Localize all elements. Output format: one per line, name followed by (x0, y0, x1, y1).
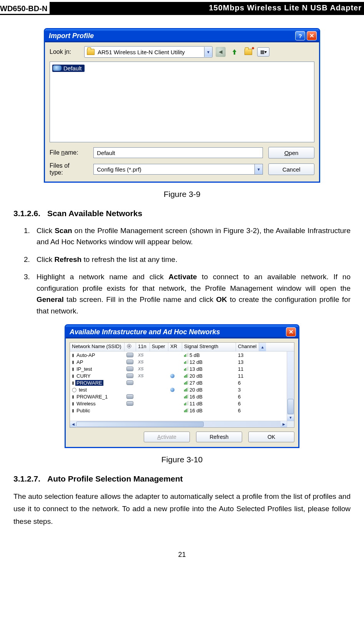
signal-bars-icon (184, 387, 188, 393)
refresh-button[interactable]: Refresh (196, 432, 242, 442)
help-button[interactable]: ? (295, 31, 305, 40)
signal-bars-icon (184, 373, 188, 379)
signal-bars-icon (184, 366, 188, 372)
dialog-titlebar[interactable]: Import Profile ? ✕ (45, 29, 319, 42)
col-super[interactable]: Super (150, 343, 168, 351)
view-menu-icon[interactable]: ▦▾ (257, 47, 269, 57)
col-security-icon[interactable] (125, 343, 136, 351)
step-3: Highlight a network name and click Activ… (32, 271, 351, 317)
channel-value: 6 (236, 408, 259, 413)
filename-input[interactable]: Default (93, 147, 263, 158)
signal-bars-icon (184, 352, 188, 358)
network-type-icon: ▮ (72, 394, 74, 399)
step-1: Click Scan on the Profile Management scr… (32, 225, 351, 248)
new-folder-icon[interactable]: ✸ (243, 47, 253, 57)
xs-badge: XS (138, 367, 144, 371)
signal-bars-icon (184, 408, 188, 413)
open-button[interactable]: Open (268, 147, 314, 158)
signal-db: 13 dB (189, 366, 203, 372)
channel-value: 11 (236, 366, 259, 372)
table-row[interactable]: ▮IP_testXS 13 dB11 (70, 365, 287, 372)
scroll-down-icon[interactable]: ▼ (287, 415, 294, 421)
xs-badge: XS (138, 360, 144, 364)
close-button[interactable]: ✕ (286, 327, 296, 337)
back-icon[interactable]: ◄ (216, 47, 226, 57)
chevron-down-icon[interactable]: ▼ (254, 164, 263, 174)
file-item-default[interactable]: Default (52, 65, 85, 72)
available-networks-dialog: Available Infrastructure and Ad Hoc Netw… (65, 324, 299, 448)
ssid-value: Public (75, 408, 91, 413)
security-icon (126, 401, 133, 406)
table-row[interactable]: ▮PROWARE 27 dB6 (70, 379, 287, 386)
signal-db: 20 dB (189, 387, 203, 393)
scrollbar-thumb[interactable] (76, 422, 204, 427)
page-header: WD650-BD-N 150Mbps Wireless Lite N USB A… (0, 0, 364, 15)
col-ssid[interactable]: Network Name (SSID) (70, 343, 125, 351)
table-row[interactable]: ◯test 20 dB3 (70, 386, 287, 393)
network-type-icon: ▮ (72, 353, 74, 358)
filetype-combo[interactable]: Config files (*.prf) ▼ (93, 164, 263, 175)
table-row[interactable]: ▮Wireless 11 dB6 (70, 400, 287, 407)
table-row[interactable]: ▮APXS 12 dB13 (70, 358, 287, 365)
table-row[interactable]: ▮Public 16 dB6 (70, 407, 287, 414)
signal-db: 16 dB (189, 394, 203, 400)
svg-point-1 (128, 345, 130, 347)
table-header-row: Network Name (SSID) 11n Super XR Signal … (70, 343, 294, 352)
ssid-value: Wireless (75, 401, 97, 407)
scroll-left-icon[interactable]: ◀ (70, 421, 76, 427)
scroll-up-icon[interactable]: ▲ (259, 343, 266, 351)
security-icon (126, 380, 133, 385)
vertical-scrollbar[interactable]: ▼ (287, 352, 294, 421)
signal-db: 5 dB (189, 352, 200, 358)
col-channel[interactable]: Channel (236, 343, 259, 351)
lookin-value: AR51 Wireless Lite-N Client Utility (97, 49, 204, 55)
close-button[interactable]: ✕ (307, 31, 317, 40)
xr-icon (170, 374, 175, 378)
filetype-label: Files of type: (50, 162, 84, 176)
ssid-value: PROWARE_1 (75, 394, 109, 400)
security-icon (126, 394, 133, 399)
network-type-icon: ▮ (72, 401, 74, 406)
xr-icon (170, 388, 175, 392)
security-icon (126, 353, 133, 357)
filename-label: File name: (50, 149, 84, 156)
channel-value: 6 (236, 401, 259, 407)
channel-value: 13 (236, 359, 259, 365)
chevron-down-icon[interactable]: ▼ (204, 47, 212, 57)
folder-icon (87, 49, 95, 55)
table-row[interactable]: ▮Auto-APXS 5 dB13 (70, 352, 287, 358)
col-xr[interactable]: XR (168, 343, 182, 351)
signal-db: 12 dB (189, 359, 203, 365)
signal-bars-icon (184, 394, 188, 400)
network-type-icon: ▮ (72, 373, 74, 378)
signal-db: 16 dB (189, 408, 203, 413)
scrollbar-thumb[interactable] (288, 399, 294, 414)
table-row[interactable]: ▮CURYXS 20 dB11 (70, 372, 287, 379)
signal-bars-icon (184, 359, 188, 365)
xs-badge: XS (138, 353, 144, 357)
ssid-value: PROWARE (75, 380, 103, 386)
activate-button[interactable]: Activate (144, 432, 190, 442)
col-signal[interactable]: Signal Strength (182, 343, 236, 351)
dialog-title: Import Profile (49, 32, 294, 40)
security-icon (126, 360, 133, 364)
network-type-icon: ▮ (72, 380, 74, 385)
networks-table: Network Name (SSID) 11n Super XR Signal … (70, 342, 294, 428)
table-row[interactable]: ▮PROWARE_1 16 dB6 (70, 393, 287, 400)
col-11n[interactable]: 11n (136, 343, 150, 351)
lookin-label: Look in: (50, 48, 84, 55)
cancel-button[interactable]: Cancel (268, 163, 314, 175)
lookin-combo[interactable]: AR51 Wireless Lite-N Client Utility ▼ (84, 46, 213, 58)
file-list-area[interactable]: Default (50, 62, 314, 142)
scroll-right-icon[interactable]: ▶ (281, 421, 287, 427)
section-paragraph: The auto selection feature allows the ad… (13, 490, 351, 528)
figure-caption: Figure 3-9 (164, 190, 201, 199)
horizontal-scrollbar[interactable]: ◀ ▶ (70, 421, 294, 427)
figure-caption: Figure 3-10 (161, 455, 203, 464)
ok-button[interactable]: OK (248, 432, 294, 442)
dialog-titlebar[interactable]: Available Infrastructure and Ad Hoc Netw… (66, 325, 298, 338)
up-one-level-icon[interactable] (229, 47, 239, 57)
doc-title: 150Mbps Wireless Lite N USB Adapter (50, 2, 364, 14)
security-icon (126, 367, 133, 371)
model-number: WD650-BD-N (0, 4, 50, 14)
